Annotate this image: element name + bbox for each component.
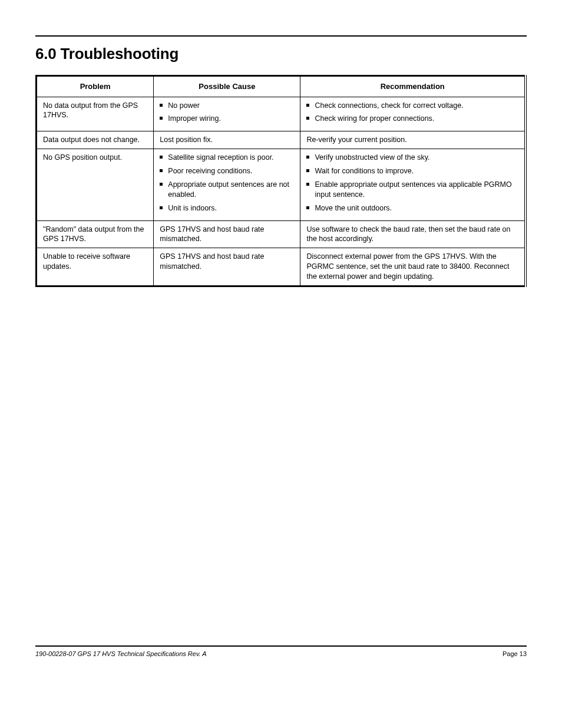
list-item: Check connections, check for correct vol… <box>306 101 518 111</box>
list-item: Poor receiving conditions. <box>160 166 294 176</box>
problem-cell: Data output does not change. <box>37 131 154 149</box>
problem-cell: "Random" data output from the GPS 17HVS. <box>37 220 154 248</box>
list-item: Satellite signal reception is poor. <box>160 153 294 163</box>
cause-cell: Satellite signal reception is poor. Poor… <box>154 149 300 220</box>
col-header-problem: Problem <box>37 76 154 97</box>
cause-cell: GPS 17HVS and host baud rate mismatched. <box>154 220 300 248</box>
page-number: Page 13 <box>503 650 527 657</box>
list-item: No power <box>160 101 294 111</box>
troubleshooting-table: Problem Possible Cause Recommendation No… <box>35 75 527 287</box>
rec-cell: Use software to check the baud rate, the… <box>300 220 525 248</box>
cause-cell: No power Improper wiring. <box>154 97 300 131</box>
table-row: Data output does not change. Lost positi… <box>37 131 526 149</box>
problem-cell: No data output from the GPS 17HVS. <box>37 97 154 131</box>
list-item: Improper wiring. <box>160 114 294 124</box>
table-row: Unable to receive software updates. GPS … <box>37 248 526 286</box>
table-row: No GPS position output. Satellite signal… <box>37 149 526 220</box>
table-header-row: Problem Possible Cause Recommendation <box>37 76 526 97</box>
table-row: "Random" data output from the GPS 17HVS.… <box>37 220 526 248</box>
problem-cell: Unable to receive software updates. <box>37 248 154 286</box>
list-item: Move the unit outdoors. <box>306 203 518 213</box>
cause-cell: GPS 17HVS and host baud rate mismatched. <box>154 248 300 286</box>
rec-cell: Re-verify your current position. <box>300 131 525 149</box>
col-header-rec: Recommendation <box>300 76 525 97</box>
list-item: Check wiring for proper connections. <box>306 114 518 124</box>
problem-cell: No GPS position output. <box>37 149 154 220</box>
list-item: Wait for conditions to improve. <box>306 166 518 176</box>
cause-cell: Lost position fix. <box>154 131 300 149</box>
footer-info: 190-00228-07 GPS 17 HVS Technical Specif… <box>35 650 207 657</box>
list-item: Enable appropriate output sentences via … <box>306 180 518 200</box>
rec-cell: Verify unobstructed view of the sky. Wai… <box>300 149 525 220</box>
table-row: No data output from the GPS 17HVS. No po… <box>37 97 526 131</box>
rec-cell: Disconnect external power from the GPS 1… <box>300 248 525 286</box>
list-item: Appropriate output sentences are not ena… <box>160 180 294 200</box>
list-item: Verify unobstructed view of the sky. <box>306 153 518 163</box>
rec-cell: Check connections, check for correct vol… <box>300 97 525 131</box>
list-item: Unit is indoors. <box>160 203 294 213</box>
col-header-cause: Possible Cause <box>154 76 300 97</box>
section-title: 6.0 Troubleshooting <box>35 45 527 63</box>
page-footer: 190-00228-07 GPS 17 HVS Technical Specif… <box>35 645 527 657</box>
